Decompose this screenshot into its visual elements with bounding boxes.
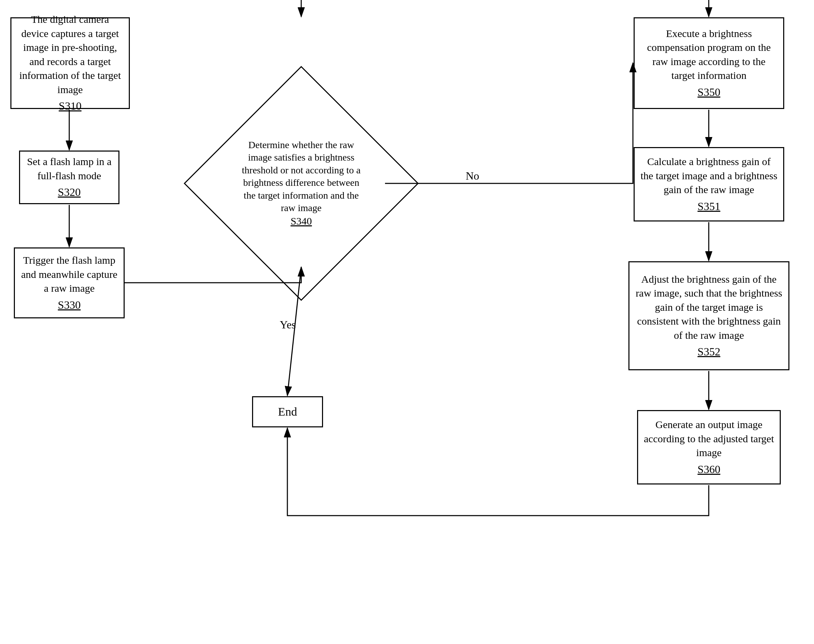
box-s350-text: Execute a brightness compensation progra… xyxy=(640,27,778,83)
box-s351: Calculate a brightness gain of the targe… xyxy=(634,147,784,221)
end-label: End xyxy=(278,405,297,419)
box-s330-id: S330 xyxy=(58,297,81,313)
box-s352-id: S352 xyxy=(698,344,720,359)
diamond-id: S340 xyxy=(290,215,312,227)
flowchart: The digital camera device captures a tar… xyxy=(0,0,814,644)
box-s352-text: Adjust the brightness gain of the raw im… xyxy=(635,272,783,343)
box-s351-text: Calculate a brightness gain of the targe… xyxy=(640,155,778,197)
box-s330: Trigger the flash lamp and meanwhile cap… xyxy=(14,247,124,318)
no-label: No xyxy=(466,170,479,182)
box-s320: Set a flash lamp in a full-flash mode S3… xyxy=(19,150,120,204)
diamond-s340: Determine whether the raw image satisfie… xyxy=(135,17,467,350)
box-s310-text: The digital camera device captures a tar… xyxy=(17,12,123,97)
box-s350: Execute a brightness compensation progra… xyxy=(634,17,784,109)
box-s360: Generate an output image according to th… xyxy=(637,410,781,485)
diamond-text: Determine whether the raw image satisfie… xyxy=(232,139,370,228)
box-s330-text: Trigger the flash lamp and meanwhile cap… xyxy=(20,253,118,296)
box-s351-id: S351 xyxy=(698,199,720,214)
box-s350-id: S350 xyxy=(698,85,720,100)
box-s320-id: S320 xyxy=(58,185,81,200)
yes-label: Yes xyxy=(280,318,296,331)
box-s310: The digital camera device captures a tar… xyxy=(11,17,130,109)
box-s310-id: S310 xyxy=(59,99,82,113)
box-s320-text: Set a flash lamp in a full-flash mode xyxy=(26,155,113,183)
box-s360-text: Generate an output image according to th… xyxy=(644,418,774,460)
box-s360-id: S360 xyxy=(698,462,720,477)
end-box: End xyxy=(252,396,323,427)
box-s352: Adjust the brightness gain of the raw im… xyxy=(628,261,789,370)
